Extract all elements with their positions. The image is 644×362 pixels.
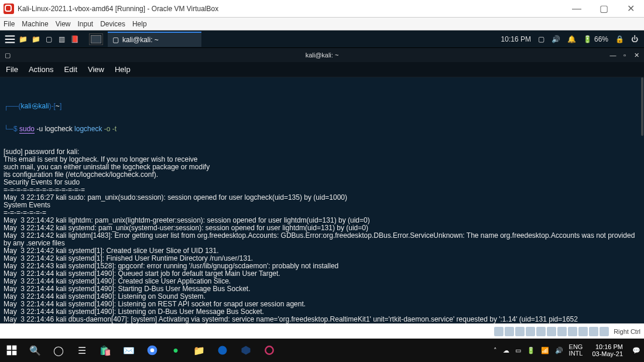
vbox-audio-icon[interactable] (515, 327, 525, 336)
tray-lang-2[interactable]: INTL (569, 350, 583, 357)
log-line: May 3 22:14:42 kali lightdm[1483]: Error… (4, 232, 640, 247)
vbox-key-icon[interactable] (600, 327, 609, 336)
term-menu-help[interactable]: Help (115, 65, 131, 74)
debian-app[interactable] (258, 339, 281, 362)
task-view-button[interactable]: ☰ (70, 339, 94, 362)
maximize-button[interactable]: ▢ (590, 0, 617, 18)
svg-point-6 (218, 346, 227, 355)
vbox-menu-help[interactable]: Help (132, 20, 147, 28)
whatsapp-app[interactable]: ● (164, 339, 187, 362)
kali-menu-icon[interactable] (4, 33, 16, 46)
log-line: May 3 22:14:46 kali dbus-daemon[407]: [s… (4, 316, 640, 323)
start-button[interactable] (0, 339, 23, 362)
vbox-titlebar: Kali-Linux-2021.1-vbox-amd64 [Running] -… (0, 0, 644, 18)
power-icon[interactable]: ⏻ (631, 35, 638, 43)
vbox-status-bar: Right Ctrl (0, 323, 644, 339)
terminal-scrollbar[interactable] (641, 77, 643, 136)
svg-point-8 (265, 346, 273, 354)
term-menu-edit[interactable]: Edit (64, 65, 77, 74)
term-minimize-button[interactable]: — (609, 51, 617, 59)
book-icon[interactable]: 📕 (68, 33, 81, 46)
terminal-tab-icon: ▢ (112, 36, 119, 44)
panel-clock[interactable]: 10:16 PM (501, 35, 531, 43)
vbox-hd-icon[interactable] (494, 327, 503, 336)
tray-wifi-icon[interactable]: 📶 (541, 347, 549, 354)
log-line: System Events (4, 202, 640, 209)
svg-rect-0 (7, 346, 12, 350)
close-button[interactable]: ✕ (617, 0, 644, 18)
vbox-menu-input[interactable]: Input (78, 20, 94, 28)
tray-onedrive-icon[interactable]: ☁ (503, 347, 509, 354)
vbox-cpu-icon[interactable] (578, 327, 588, 336)
vbox-cd-icon[interactable] (505, 327, 514, 336)
terminal-window-titlebar: ▢ kali@kali: ~ — ▫ ✕ (0, 48, 644, 62)
svg-rect-2 (7, 351, 12, 356)
explorer-app[interactable]: 📁 (187, 339, 211, 362)
screen-icon[interactable]: ▢ (538, 35, 544, 43)
vbox-logo-icon (4, 4, 14, 14)
svg-rect-3 (12, 351, 17, 356)
term-menu-actions[interactable]: Actions (29, 65, 54, 74)
tray-meet-now-icon[interactable]: ▭ (515, 347, 521, 354)
svg-point-5 (150, 349, 155, 353)
files-icon-2[interactable]: 📁 (29, 33, 42, 46)
tray-volume-icon[interactable]: 🔊 (555, 347, 563, 354)
term-menu-view[interactable]: View (88, 65, 104, 74)
tray-clock[interactable]: 10:16 PM 03-May-21 (588, 343, 626, 357)
tray-notifications-icon[interactable]: 💬 (632, 347, 640, 354)
vbox-menu: File Machine View Input Devices Help (0, 18, 644, 30)
term-menu-file[interactable]: File (6, 65, 18, 74)
files-icon[interactable]: 📁 (16, 33, 29, 46)
vbox-host-key: Right Ctrl (610, 328, 640, 335)
terminal-app-icon: ▢ (5, 52, 11, 59)
workspace-1[interactable] (91, 35, 101, 43)
log-line: May 3 22:16:27 kali sudo: pam_unix(sudo:… (4, 194, 640, 202)
term-maximize-button[interactable]: ▫ (621, 51, 629, 59)
term-close-button[interactable]: ✕ (632, 51, 640, 59)
volume-icon[interactable]: 🔊 (551, 35, 560, 43)
workspace-switcher[interactable] (89, 33, 103, 45)
tray-chevron-up-icon[interactable]: ˄ (494, 347, 497, 354)
battery-status[interactable]: 🔋66% (583, 35, 608, 43)
cortana-button[interactable]: ◯ (47, 339, 70, 362)
chrome-app[interactable] (141, 339, 164, 362)
vbox-menu-machine[interactable]: Machine (22, 20, 48, 28)
terminal-icon[interactable]: ▢ (42, 33, 55, 46)
system-tray: ˄ ☁ ▭ 🔋 📶 🔊 ENG INTL 10:16 PM 03-May-21 … (490, 343, 644, 357)
panel-window-tab[interactable]: ▢ kali@kali: ~ (108, 32, 201, 47)
tray-battery-icon[interactable]: 🔋 (527, 347, 535, 354)
mail-app[interactable]: ✉️ (117, 339, 141, 362)
kali-top-panel: 📁 📁 ▢ ▥ 📕 ▢ kali@kali: ~ 10:16 PM ▢ 🔊 🔔 … (0, 30, 644, 48)
vbox-menu-devices[interactable]: Devices (100, 20, 125, 28)
windows-taskbar: 🔍 ◯ ☰ 🛍️ ✉️ ● 📁 ˄ ☁ ▭ 🔋 📶 🔊 ENG INTL 10:… (0, 339, 644, 362)
vbox-shared-icon[interactable] (547, 327, 556, 336)
terminal-menu-bar: File Actions Edit View Help (0, 62, 644, 77)
vbox-net-icon[interactable] (526, 327, 535, 336)
vbox-rec-icon[interactable] (568, 327, 577, 336)
notifications-icon[interactable]: 🔔 (567, 35, 576, 43)
terminal-window-title: kali@kali: ~ (306, 52, 339, 59)
editor-icon[interactable]: ▥ (55, 33, 68, 46)
vbox-mouse-icon[interactable] (589, 327, 598, 336)
vbox-menu-file[interactable]: File (4, 20, 15, 28)
vbox-menu-view[interactable]: View (56, 20, 71, 28)
battery-icon: 🔋 (583, 35, 592, 43)
log-line: its configuration file (/etc/logcheck/lo… (4, 171, 640, 179)
svg-rect-1 (12, 346, 17, 350)
store-app[interactable]: 🛍️ (94, 339, 117, 362)
vbox-usb-icon[interactable] (536, 327, 546, 336)
virtualbox-app[interactable] (234, 339, 258, 362)
panel-window-label: kali@kali: ~ (122, 36, 159, 44)
vbox-display-icon[interactable] (557, 327, 567, 336)
svg-marker-7 (242, 346, 251, 355)
search-button[interactable]: 🔍 (23, 339, 47, 362)
log-line: Security Events for sudo (4, 179, 640, 186)
vbox-title-text: Kali-Linux-2021.1-vbox-amd64 [Running] -… (18, 5, 218, 13)
window-controls: — ▢ ✕ (563, 0, 644, 18)
lock-icon[interactable]: 🔒 (615, 35, 624, 43)
edge-app[interactable] (211, 339, 234, 362)
terminal-output[interactable]: ┌──(kali㉿kali)-[~] └─$ sudo -u logcheck … (0, 77, 644, 323)
minimize-button[interactable]: — (563, 0, 590, 18)
